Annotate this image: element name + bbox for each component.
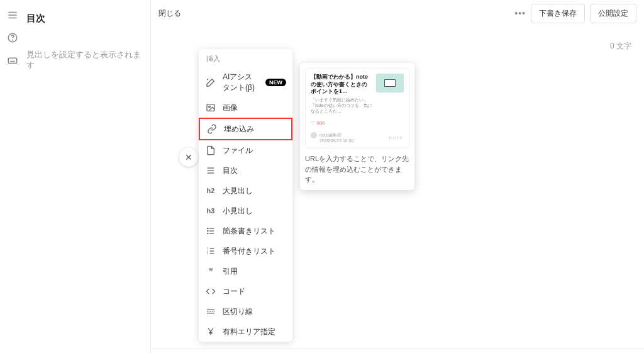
publish-button[interactable]: 公開設定 <box>590 4 636 23</box>
insert-menu-item-code[interactable]: コード <box>199 281 292 301</box>
menu-item-label: 区切り線 <box>223 306 253 317</box>
menu-item-label: 小見出し <box>223 206 253 216</box>
embed-tooltip-text: URLを入力することで、リンク先の情報を埋め込むことができます。 <box>305 154 409 185</box>
note-logo: note <box>389 135 404 140</box>
svg-point-17 <box>208 233 208 233</box>
insert-menu-item-list[interactable]: 目次 <box>199 160 292 181</box>
h3-icon: h3 <box>205 205 216 216</box>
preview-thumbnail <box>376 74 404 92</box>
menu-item-label: 大見出し <box>223 186 253 196</box>
insert-menu-item-ordered-list[interactable]: 123番号付きリスト <box>199 241 292 261</box>
code-icon <box>205 286 216 297</box>
insert-menu-item-h3[interactable]: h3小見出し <box>199 201 292 221</box>
preview-title: 【動画でわかる】noteの使い方や書くときのポイントを1… <box>311 74 372 96</box>
menu-item-label: AIアシスタント(β) <box>223 72 258 93</box>
menu-icon[interactable] <box>6 9 19 21</box>
svg-point-15 <box>208 228 208 228</box>
quote-icon: ❞ <box>205 266 216 277</box>
yen-icon <box>205 326 216 337</box>
insert-menu: 挿入 AIアシスタント(β)NEW画像埋め込みファイル目次h2大見出しh3小見出… <box>199 49 292 342</box>
file-icon <box>205 145 216 156</box>
menu-item-label: 番号付きリスト <box>223 246 275 257</box>
insert-menu-item-quote[interactable]: ❞引用 <box>199 261 292 281</box>
divider <box>151 349 644 349</box>
close-button[interactable]: 閉じる <box>158 8 181 19</box>
insert-menu-item-yen[interactable]: 有料エリア指定 <box>199 322 292 342</box>
svg-point-8 <box>209 106 211 108</box>
menu-item-label: 有料エリア指定 <box>223 327 275 337</box>
embed-tooltip: 【動画でわかる】noteの使い方や書くときのポイントを1… 「いますぐ気軽に始め… <box>300 63 414 190</box>
bullet-list-icon <box>205 225 216 237</box>
insert-menu-item-image[interactable]: 画像 <box>199 98 292 118</box>
divider-icon <box>205 306 216 317</box>
menu-item-label: ファイル <box>223 145 253 156</box>
h2-icon: h2 <box>205 185 216 196</box>
image-icon <box>205 102 216 113</box>
svg-point-4 <box>13 40 13 40</box>
insert-menu-header: 挿入 <box>199 49 292 67</box>
svg-text:3: 3 <box>207 252 209 255</box>
insert-menu-item-h2[interactable]: h2大見出し <box>199 181 292 201</box>
svg-point-16 <box>208 230 208 231</box>
menu-item-label: 埋め込み <box>224 124 254 135</box>
close-insert-button[interactable]: ✕ <box>179 148 198 167</box>
insert-menu-item-divider[interactable]: 区切り線 <box>199 301 292 322</box>
topbar: 閉じる ••• 下書き保存 公開設定 <box>151 0 644 26</box>
ordered-list-icon: 123 <box>205 245 216 257</box>
char-count: 0 文字 <box>610 41 631 52</box>
menu-item-label: 箇条書きリスト <box>223 226 275 237</box>
more-icon[interactable]: ••• <box>514 8 526 18</box>
insert-menu-item-file[interactable]: ファイル <box>199 140 292 160</box>
draft-save-button[interactable]: 下書き保存 <box>531 4 585 23</box>
link-icon <box>206 123 218 135</box>
preview-author: note編集部 <box>319 132 354 138</box>
insert-menu-item-wand[interactable]: AIアシスタント(β)NEW <box>199 67 292 98</box>
menu-item-label: コード <box>223 286 245 297</box>
preview-date: 2020/09/23 16:00 <box>319 138 354 143</box>
toc-empty-message: 見出しを設定すると表示されます <box>26 50 142 71</box>
list-icon <box>205 165 216 176</box>
preview-likes: ♡ 806 <box>311 120 404 126</box>
svg-rect-5 <box>8 58 17 63</box>
help-icon[interactable] <box>6 31 19 44</box>
keyboard-icon[interactable] <box>6 54 19 67</box>
embed-preview-card: 【動画でわかる】noteの使い方や書くときのポイントを1… 「いますぐ気軽に始め… <box>305 68 409 148</box>
menu-item-label: 引用 <box>223 266 238 277</box>
menu-item-label: 画像 <box>223 103 238 113</box>
new-badge: NEW <box>265 79 286 86</box>
wand-icon <box>205 77 216 88</box>
avatar-icon <box>311 132 317 138</box>
toc-title: 目次 <box>26 13 142 25</box>
insert-menu-item-link[interactable]: 埋め込み <box>199 118 292 140</box>
preview-description: 「いますぐ気軽に始めたい」「noteの使い方のコツを、気になるところだ… <box>311 97 372 114</box>
insert-menu-item-bullet-list[interactable]: 箇条書きリスト <box>199 221 292 241</box>
sidebar: 目次 見出しを設定すると表示されます <box>0 0 151 353</box>
menu-item-label: 目次 <box>223 165 238 176</box>
